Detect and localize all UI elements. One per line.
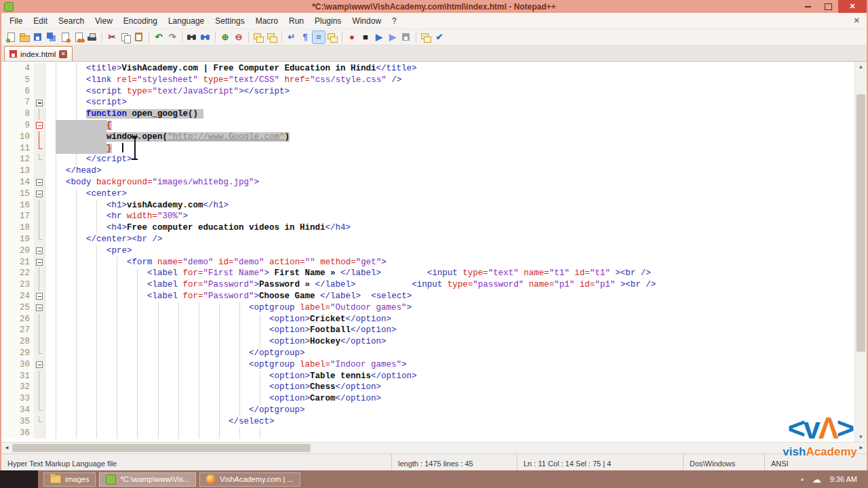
horizontal-scrollbar[interactable]: ◄ ► [1, 442, 867, 453]
copy-icon[interactable] [119, 31, 132, 43]
find-icon[interactable] [186, 31, 198, 43]
menu-file[interactable]: File [4, 14, 28, 28]
taskbar-notepad[interactable]: *C:\wamp\www\Vis... [99, 472, 196, 487]
code-text[interactable]: <script> [45, 97, 127, 108]
run-macro-multiple-icon[interactable]: ▶ [387, 31, 399, 43]
cloud-icon[interactable]: ☁ [812, 474, 821, 485]
code-text[interactable]: <title>VishAcademy.com | Free Computer E… [45, 63, 417, 75]
tab-close-icon[interactable]: ✕ [59, 50, 67, 58]
sync-horizontal-scrolling-icon[interactable] [266, 31, 278, 43]
replace-icon[interactable] [199, 31, 212, 43]
menu-window[interactable]: Window [347, 14, 387, 28]
code-text[interactable]: <option>Carom</option> [45, 393, 381, 405]
user-defined-dialog-icon[interactable] [326, 31, 338, 43]
code-text[interactable]: <label for="Password">Choose Game </labe… [45, 291, 412, 302]
fold-marker[interactable] [34, 120, 45, 131]
vertical-scrollbar[interactable]: ▲ ▼ [854, 62, 867, 442]
word-wrap-icon[interactable]: ↵ [285, 31, 298, 43]
show-all-characters-icon[interactable]: ¶ [299, 31, 311, 43]
fold-marker[interactable] [34, 257, 45, 268]
minimize-button[interactable] [797, 0, 818, 13]
sync-vertical-scrolling-icon[interactable] [252, 31, 264, 43]
record-macro-icon[interactable]: ● [346, 31, 358, 43]
clock[interactable]: 9:36 AM [830, 475, 857, 483]
code-text[interactable]: <link rel="stylesheet" type="text/CSS" h… [45, 75, 401, 86]
scroll-up-icon[interactable]: ▲ [855, 62, 867, 72]
show-indent-guide-icon[interactable]: ≡ [313, 31, 325, 43]
save-all-icon[interactable] [45, 31, 58, 43]
close-icon[interactable] [59, 31, 71, 43]
zoom-out-icon[interactable]: ⊖ [233, 31, 245, 43]
code-text[interactable]: <option>Football</option> [45, 325, 397, 336]
code-editor[interactable]: 4<title>VishAcademy.com | Free Computer … [1, 62, 867, 442]
close-all-icon[interactable] [73, 31, 85, 43]
code-text[interactable]: </optgroup> [45, 348, 305, 359]
scroll-left-icon[interactable]: ◄ [1, 443, 12, 453]
fold-marker[interactable] [34, 97, 45, 108]
scroll-right-icon[interactable]: ► [856, 443, 867, 453]
fold-marker[interactable] [34, 302, 45, 314]
code-text[interactable]: </select> [45, 416, 275, 428]
print-icon[interactable] [86, 31, 98, 43]
code-text[interactable]: </center><br /> [45, 234, 163, 245]
close-document-icon[interactable]: ✕ [854, 16, 860, 25]
code-text[interactable]: <h1>vishAcademy.com</h1> [45, 200, 229, 211]
code-text[interactable]: <center> [45, 188, 127, 200]
code-text[interactable]: <option>Chess</option> [45, 382, 381, 393]
menu-settings[interactable]: Settings [210, 14, 250, 28]
menu-macro[interactable]: Macro [250, 14, 283, 28]
document-map-icon[interactable] [420, 31, 432, 43]
code-text[interactable]: <pre> [45, 245, 132, 257]
fold-marker[interactable] [34, 245, 45, 257]
code-text[interactable]: </optgroup> [45, 405, 305, 416]
horizontal-scrollbar-thumb[interactable] [12, 444, 311, 452]
fold-marker[interactable] [34, 188, 45, 200]
fold-marker[interactable] [34, 177, 45, 188]
fold-marker[interactable] [34, 359, 45, 371]
new-file-icon[interactable] [5, 31, 17, 43]
save-icon[interactable] [32, 31, 44, 43]
menu-encoding[interactable]: Encoding [118, 14, 163, 28]
start-corner[interactable] [0, 470, 38, 488]
code-text[interactable]: <form name="demo" id="demo" action="" me… [45, 257, 387, 268]
code-text[interactable]: <hr width="30%"> [45, 211, 188, 222]
code-text[interactable]: <option>Hockey</option> [45, 336, 387, 348]
taskbar-firefox[interactable]: VishAcademy.com | ... [199, 472, 300, 487]
taskbar-images-folder[interactable]: images [43, 472, 96, 487]
tray-expand-icon[interactable]: ▴ [801, 476, 804, 482]
cut-icon[interactable]: ✂ [106, 31, 118, 43]
code-text[interactable]: <script type="text/JavaScript"></script> [45, 86, 290, 98]
menu-run[interactable]: Run [283, 14, 309, 28]
code-text[interactable]: <label for="First Name"> First Name » </… [45, 268, 651, 279]
vertical-scrollbar-thumb[interactable] [856, 94, 865, 352]
code-text[interactable]: <h4>Free computer education videos in Hi… [45, 222, 351, 234]
stop-recording-icon[interactable]: ■ [359, 31, 372, 43]
code-text[interactable]: </script> [45, 154, 132, 165]
menu-plugins[interactable]: Plugins [309, 14, 347, 28]
menu-view[interactable]: View [90, 14, 118, 28]
tab-index-html[interactable]: index.html ✕ [4, 46, 73, 61]
paste-icon[interactable] [133, 31, 145, 43]
code-text[interactable] [45, 428, 279, 439]
menu-language[interactable]: Language [163, 14, 210, 28]
code-text[interactable]: <body background="images/whitebg.jpg"> [45, 177, 259, 188]
close-button[interactable]: ✕ [838, 0, 867, 13]
code-text[interactable]: </head> [45, 165, 102, 177]
code-text[interactable]: <optgroup label="Outdoor games"> [45, 302, 412, 314]
code-text[interactable]: } [45, 143, 112, 155]
undo-icon[interactable]: ↶ [153, 31, 165, 43]
menu-edit[interactable]: Edit [28, 14, 53, 28]
code-text[interactable]: <optgroup label="Indoor games"> [45, 359, 407, 371]
open-file-icon[interactable] [18, 31, 31, 43]
fold-marker[interactable] [34, 291, 45, 302]
code-text[interactable]: <option>Table tennis</option> [45, 371, 417, 382]
zoom-in-icon[interactable]: ⊕ [219, 31, 231, 43]
code-text[interactable]: { [45, 120, 112, 131]
code-text[interactable]: function open_google() [45, 108, 203, 120]
code-text[interactable]: window.open("http://www.Google.com") [45, 131, 290, 143]
spell-check-icon[interactable]: ✔ [433, 31, 446, 43]
code-text[interactable]: <option>Cricket</option> [45, 314, 391, 325]
play-macro-icon[interactable]: ▶ [373, 31, 385, 43]
menu-help[interactable]: ? [387, 14, 402, 28]
menu-search[interactable]: Search [53, 14, 90, 28]
